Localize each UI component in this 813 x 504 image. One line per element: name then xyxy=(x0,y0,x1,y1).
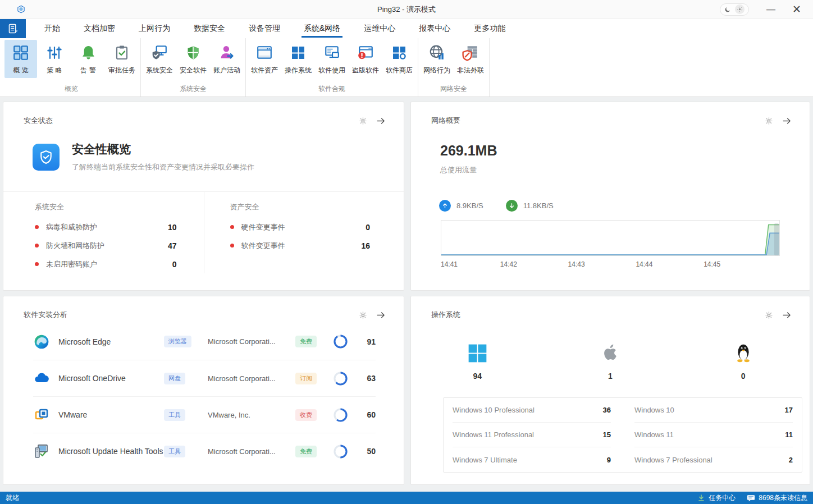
os-stat-linux: 0 xyxy=(677,339,810,381)
tab-system-network[interactable]: 系统&网络 xyxy=(292,19,352,38)
category-badge: 浏览器 xyxy=(164,336,191,347)
os-platform-stats: 94 1 0 xyxy=(411,339,810,381)
ribbon-group-system-security: 系统安全 安全软件 账户活动 系统安全 xyxy=(141,38,246,97)
card-network-summary: 网络概要 269.1MB 总使用流量 8.9KB/S 11.8KB/S xyxy=(410,102,810,291)
ribbon-group-overview: 概 览 策 略 告 警 审批任务 概览 xyxy=(2,38,141,97)
ribbon-group-label: 概览 xyxy=(4,84,139,97)
upload-arrow-icon xyxy=(439,200,451,212)
card-security-status: 安全状态 安全性概览 了解终端当前系统安全性和资产变更情况并采取必要操作 系统安… xyxy=(3,102,404,291)
tab-device-management[interactable]: 设备管理 xyxy=(237,19,292,38)
ribbon-button-account-activity[interactable]: 账户活动 xyxy=(211,40,243,78)
tab-ops-center[interactable]: 运维中心 xyxy=(352,19,407,38)
software-row-edge[interactable]: Microsoft Edge 浏览器 Microsoft Corporati..… xyxy=(33,323,376,360)
settings-gear-icon[interactable] xyxy=(359,311,367,319)
install-rate-ring xyxy=(334,372,348,386)
ribbon-button-software-assets[interactable]: 软件资产 xyxy=(248,40,281,78)
x-tick: 14:44 xyxy=(636,260,652,268)
app-menu-button[interactable] xyxy=(0,19,26,38)
price-badge: 免费 xyxy=(295,446,317,457)
price-badge: 订阅 xyxy=(295,373,317,384)
card-title: 软件安装分析 xyxy=(24,310,67,320)
chart-cursor xyxy=(774,223,779,255)
tab-doc-encryption[interactable]: 文档加密 xyxy=(72,19,127,38)
close-button[interactable]: ✕ xyxy=(784,0,810,19)
pirated-software-icon xyxy=(357,43,374,62)
ribbon-button-operating-system[interactable]: 操作系统 xyxy=(282,40,314,78)
traffic-legend: 8.9KB/S 11.8KB/S xyxy=(411,175,810,212)
hero-subtitle: 了解终端当前系统安全性和资产变更情况并采取必要操作 xyxy=(72,162,254,172)
open-arrow-icon[interactable] xyxy=(376,116,386,126)
software-row-update-health-tools[interactable]: Microsoft Update Health Tools 工具 Microso… xyxy=(33,433,376,469)
tab-data-security[interactable]: 数据安全 xyxy=(182,19,237,38)
os-stat-apple: 1 xyxy=(544,339,677,381)
open-arrow-icon[interactable] xyxy=(782,116,792,126)
ribbon-group-network-security: 网络行为 非法外联 网络安全 xyxy=(418,38,490,97)
app-menu-icon xyxy=(7,23,19,35)
x-tick: 14:41 xyxy=(441,260,458,268)
red-dot-icon xyxy=(35,244,39,248)
price-badge: 免费 xyxy=(295,336,317,347)
software-list: Microsoft Edge 浏览器 Microsoft Corporati..… xyxy=(3,320,404,469)
ribbon-button-network-behavior[interactable]: 网络行为 xyxy=(421,40,453,78)
tab-web-behavior[interactable]: 上网行为 xyxy=(127,19,182,38)
ribbon-group-label: 软件合规 xyxy=(248,84,416,97)
settings-gear-icon[interactable] xyxy=(359,117,367,125)
install-rate-ring xyxy=(334,408,348,422)
ribbon-button-policy[interactable]: 策 略 xyxy=(38,40,71,78)
moon-icon xyxy=(724,6,731,13)
ribbon-button-overview[interactable]: 概 览 xyxy=(4,40,37,78)
tab-start[interactable]: 开始 xyxy=(33,19,72,38)
open-arrow-icon[interactable] xyxy=(376,310,386,320)
unread-messages-button[interactable]: 8698条未读信息 xyxy=(747,493,807,503)
software-store-icon xyxy=(391,43,407,62)
hero-title: 安全性概览 xyxy=(72,141,254,157)
shield-check-icon xyxy=(33,144,60,171)
network-chart-svg xyxy=(441,221,779,255)
settings-gear-icon[interactable] xyxy=(765,311,773,319)
os-table-row: Windows 7 Ultimate 9 xyxy=(453,447,611,472)
card-title: 操作系统 xyxy=(431,310,460,320)
total-traffic-value: 269.1MB xyxy=(440,143,810,159)
network-behavior-globe-icon xyxy=(428,43,445,62)
os-windows-icon xyxy=(290,43,306,62)
apple-logo-icon xyxy=(600,339,620,364)
settings-gear-icon[interactable] xyxy=(765,117,773,125)
dashboard-content: 安全状态 安全性概览 了解终端当前系统安全性和资产变更情况并采取必要操作 系统安… xyxy=(0,97,813,485)
ribbon-button-security-software[interactable]: 安全软件 xyxy=(177,40,209,78)
ribbon-button-approval-tasks[interactable]: 审批任务 xyxy=(106,40,138,78)
open-arrow-icon[interactable] xyxy=(782,310,792,320)
app-logo-icon xyxy=(17,5,25,13)
ribbon-button-alerts[interactable]: 告 警 xyxy=(72,40,104,78)
tab-report-center[interactable]: 报表中心 xyxy=(407,19,462,38)
card-software-analysis: 软件安装分析 Microsoft Edge 浏览器 Microsoft Corp… xyxy=(3,296,404,485)
install-rate-ring xyxy=(334,335,348,349)
theme-toggle[interactable] xyxy=(720,3,749,16)
software-usage-icon xyxy=(323,43,340,62)
ribbon-button-illegal-connection[interactable]: 非法外联 xyxy=(454,40,487,78)
stat-hardware-change-events: 硬件变更事件 0 xyxy=(230,218,371,236)
security-software-shield-icon xyxy=(185,43,201,62)
software-row-onedrive[interactable]: Microsoft OneDrive 网盘 Microsoft Corporat… xyxy=(33,360,376,396)
security-overview-hero: 安全性概览 了解终端当前系统安全性和资产变更情况并采取必要操作 xyxy=(3,126,404,191)
download-arrow-icon xyxy=(506,200,518,212)
tab-more-features[interactable]: 更多功能 xyxy=(462,19,517,38)
network-traffic-chart xyxy=(441,220,780,256)
red-dot-icon xyxy=(35,225,39,229)
os-table-row: Windows 10 17 xyxy=(634,398,793,423)
menu-tabbar: 开始 文档加密 上网行为 数据安全 设备管理 系统&网络 运维中心 报表中心 更… xyxy=(0,19,813,38)
minimize-button[interactable]: — xyxy=(758,0,784,19)
windows-logo-icon xyxy=(467,339,488,364)
software-row-vmware[interactable]: VMware 工具 VMware, Inc. 收费 60 xyxy=(33,396,376,433)
ribbon-button-software-store[interactable]: 软件商店 xyxy=(383,40,415,78)
status-ready-label: 就绪 xyxy=(6,493,19,503)
ribbon-button-pirated-software[interactable]: 盗版软件 xyxy=(349,40,382,78)
stat-firewall-protection: 防火墙和网络防护 47 xyxy=(35,236,177,255)
os-version-table: Windows 10 Professional 36 Windows 10 17… xyxy=(443,397,802,473)
message-icon xyxy=(747,494,755,502)
ribbon-button-system-security[interactable]: 系统安全 xyxy=(143,40,176,78)
os-table-row: Windows 11 11 xyxy=(634,423,793,447)
ribbon-button-software-usage[interactable]: 软件使用 xyxy=(316,40,348,78)
task-center-button[interactable]: 任务中心 xyxy=(697,493,736,503)
os-table-row: Windows 7 Professional 2 xyxy=(634,447,793,472)
security-stats: 系统安全 病毒和威胁防护 10 防火墙和网络防护 47 未启用密码账户 0 xyxy=(3,191,404,273)
